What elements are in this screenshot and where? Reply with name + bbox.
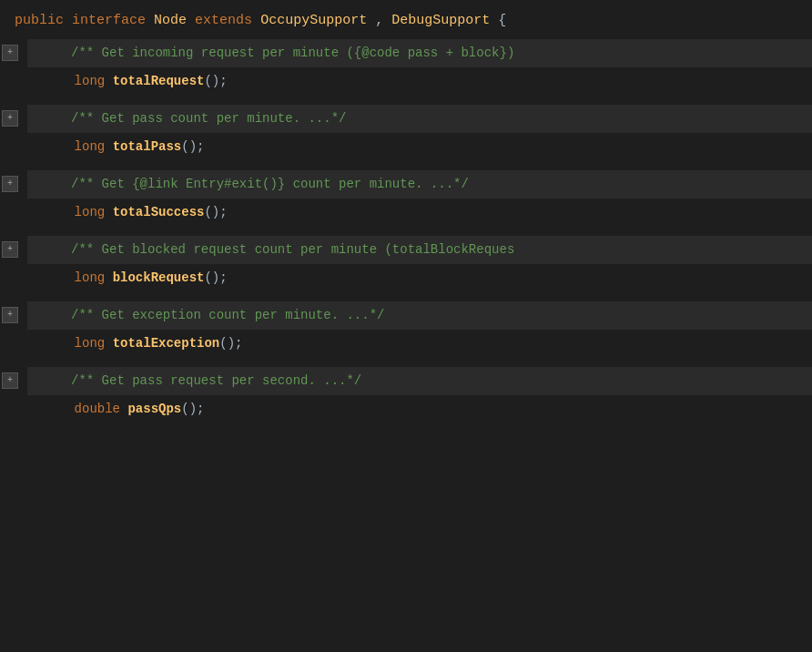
gutter-1: + — [0, 39, 27, 61]
method-name-2: totalPass — [113, 139, 182, 154]
method-section-totalPass: + /** Get pass count per minute. ...*/ l… — [0, 105, 812, 161]
method-line-1: long totalRequest(); — [0, 67, 812, 96]
interface-name: Node — [154, 13, 187, 28]
gutter-3: + — [0, 170, 27, 192]
gutter-icon-6[interactable]: + — [2, 372, 18, 389]
method-name-6: passQps — [127, 402, 181, 416]
method-section-blockRequest: + /** Get blocked request count per minu… — [0, 236, 812, 292]
gap-1 — [0, 97, 812, 105]
gutter-icon-3[interactable]: + — [2, 176, 18, 192]
keyword-public: public — [15, 13, 64, 28]
code-editor: public interface Node extends OccupySupp… — [0, 0, 812, 652]
gutter-5: + — [0, 301, 27, 323]
gap-4 — [0, 294, 812, 301]
return-type-2: long — [75, 139, 106, 154]
return-type-1: long — [75, 74, 106, 88]
comment-text-4: /** Get blocked request count per minute… — [27, 236, 812, 264]
comment-row-2: + /** Get pass count per minute. ...*/ — [0, 105, 812, 133]
comment-row-5: + /** Get exception count per minute. ..… — [0, 301, 812, 330]
gutter-icon-2[interactable]: + — [2, 110, 18, 127]
method-name-5: totalException — [113, 336, 220, 351]
return-type-5: long — [75, 336, 106, 351]
parent-class-1: OccupySupport — [260, 13, 367, 28]
comment-text-1: /** Get incoming request per minute ({@c… — [27, 39, 812, 67]
keyword-interface: interface — [72, 13, 146, 28]
gap-3 — [0, 229, 812, 236]
comment-text-3: /** Get {@link Entry#exit()} count per m… — [27, 170, 812, 199]
method-line-3: long totalSuccess(); — [0, 199, 812, 227]
interface-declaration: public interface Node extends OccupySupp… — [0, 0, 812, 39]
comment-text-6: /** Get pass request per second. ...*/ — [27, 367, 812, 395]
method-section-totalSuccess: + /** Get {@link Entry#exit()} count per… — [0, 170, 812, 227]
method-name-4: blockRequest — [113, 270, 205, 285]
parent-class-2: DebugSupport — [391, 13, 490, 28]
gap-5 — [0, 360, 812, 367]
method-line-2: long totalPass(); — [0, 133, 812, 161]
gutter-icon-1[interactable]: + — [2, 45, 18, 61]
comment-text-5: /** Get exception count per minute. ...*… — [27, 301, 812, 330]
return-type-4: long — [75, 270, 106, 285]
gutter-4: + — [0, 236, 27, 258]
comment-row-1: + /** Get incoming request per minute ({… — [0, 39, 812, 67]
method-section-passQps: + /** Get pass request per second. ...*/… — [0, 367, 812, 423]
gutter-6: + — [0, 367, 27, 389]
method-line-5: long totalException(); — [0, 330, 812, 358]
return-type-6: double — [75, 402, 120, 416]
gutter-icon-4[interactable]: + — [2, 241, 18, 258]
method-name-1: totalRequest — [113, 74, 205, 88]
method-line-4: long blockRequest(); — [0, 264, 812, 292]
gap-2 — [0, 163, 812, 170]
comment-row-3: + /** Get {@link Entry#exit()} count per… — [0, 170, 812, 199]
gutter-icon-5[interactable]: + — [2, 307, 18, 323]
method-line-6: double passQps(); — [0, 395, 812, 423]
keyword-extends: extends — [195, 13, 252, 28]
gutter-2: + — [0, 105, 27, 127]
comment-row-4: + /** Get blocked request count per minu… — [0, 236, 812, 264]
method-section-totalException: + /** Get exception count per minute. ..… — [0, 301, 812, 358]
return-type-3: long — [75, 205, 106, 219]
comment-text-2: /** Get pass count per minute. ...*/ — [27, 105, 812, 133]
comment-row-6: + /** Get pass request per second. ...*/ — [0, 367, 812, 395]
method-section-totalRequest: + /** Get incoming request per minute ({… — [0, 39, 812, 96]
method-name-3: totalSuccess — [113, 205, 205, 219]
